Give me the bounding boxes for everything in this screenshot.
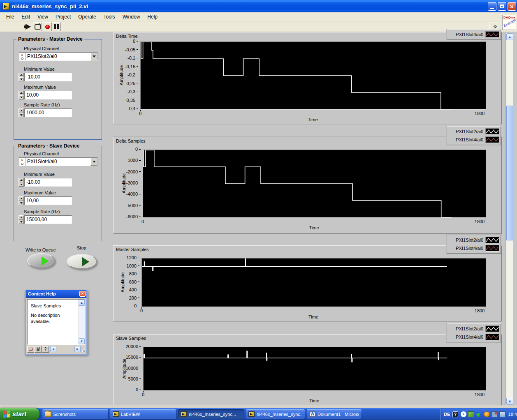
folder-icon bbox=[45, 411, 51, 417]
labview-front-panel-window: ni446x_mseries_sync_pll_2.vi × FileEditV… bbox=[0, 0, 517, 420]
abort-execution-button[interactable] bbox=[43, 22, 52, 31]
dropdown-arrow-icon[interactable] bbox=[90, 53, 97, 60]
y-tick-label: 0 bbox=[114, 303, 139, 308]
minimize-button[interactable] bbox=[488, 2, 496, 11]
master-rate-field[interactable]: 1000,00 bbox=[24, 108, 72, 117]
legend-item[interactable]: PXI1Slot4/ai0 bbox=[448, 30, 499, 39]
abort-icon bbox=[45, 25, 50, 29]
close-button[interactable]: × bbox=[508, 2, 516, 11]
y-tick-label: 15000 bbox=[114, 355, 141, 360]
start-button[interactable]: start bbox=[0, 408, 39, 420]
pause-button[interactable] bbox=[52, 22, 61, 31]
master-max-field[interactable]: 10,00 bbox=[24, 91, 72, 99]
spinner[interactable] bbox=[19, 91, 24, 99]
write-to-queue-button[interactable] bbox=[27, 253, 55, 268]
scroll-up-icon[interactable]: ▲ bbox=[506, 33, 513, 40]
waveform-swatch-icon bbox=[485, 245, 499, 252]
spinner[interactable] bbox=[19, 108, 24, 117]
run-button[interactable] bbox=[23, 22, 32, 31]
y-tick-label: -0,35 bbox=[114, 98, 138, 103]
slave-physical-channel-combo[interactable]: I/O PXI1Slot4/ai0 bbox=[19, 157, 98, 166]
green-led-icon bbox=[42, 256, 49, 265]
word-icon bbox=[309, 411, 315, 417]
context-help-close-button[interactable]: × bbox=[79, 291, 86, 297]
labview-icon bbox=[181, 411, 187, 417]
scroll-right-icon[interactable]: ► bbox=[74, 346, 81, 352]
scroll-down-icon[interactable]: ▼ bbox=[79, 338, 85, 344]
tray-icon-network-offline[interactable] bbox=[491, 411, 498, 417]
task-button-4[interactable]: ni446x_mseries_sync... bbox=[246, 409, 305, 419]
y-tick-label: 0 bbox=[114, 39, 138, 44]
spinner[interactable] bbox=[19, 215, 24, 224]
menu-help[interactable]: Help bbox=[144, 13, 161, 21]
y-tick-label: -3000 bbox=[114, 180, 141, 185]
start-label: start bbox=[12, 411, 27, 418]
lock-help-button[interactable] bbox=[35, 346, 42, 353]
task-button-3[interactable]: ni446x_mseries_sync... bbox=[178, 409, 244, 419]
y-tick-label: 1000 bbox=[114, 263, 139, 268]
spinner[interactable] bbox=[19, 196, 24, 205]
legend-item[interactable]: PXI1Slot4/ai0 bbox=[448, 244, 499, 252]
task-button-1[interactable]: Screnshots bbox=[42, 409, 108, 419]
resize-grip[interactable] bbox=[81, 346, 85, 352]
run-continuously-button[interactable] bbox=[33, 22, 42, 31]
legend-item[interactable]: PXI1Slot4/ai0 bbox=[448, 136, 499, 144]
y-tick-label: -0,05 bbox=[114, 47, 138, 52]
legend-channel-name: PXI1Slot4/ai0 bbox=[456, 137, 483, 142]
detailed-help-button[interactable]: ? bbox=[42, 346, 49, 353]
legend-item[interactable]: PXI1Slot2/ai0 bbox=[448, 236, 499, 244]
tray-icon-1[interactable] bbox=[468, 411, 474, 417]
legend-item[interactable]: PXI1Slot2/ai0 bbox=[448, 325, 499, 333]
maximize-button[interactable] bbox=[498, 2, 506, 11]
y-tick-label: 200 bbox=[114, 295, 139, 300]
tray-icon-display[interactable] bbox=[499, 411, 505, 417]
y-tick-label: -6000 bbox=[114, 214, 141, 219]
language-help-icon[interactable]: ? bbox=[452, 411, 458, 417]
menu-edit[interactable]: Edit bbox=[18, 13, 34, 21]
tray-collapse-icon[interactable]: ‹ bbox=[461, 411, 466, 417]
stop-button[interactable] bbox=[67, 254, 97, 269]
task-button-5[interactable]: Dokument1 - Microsof... bbox=[307, 409, 362, 419]
master-physical-channel-value: PXI1Slot2/ai0 bbox=[26, 53, 90, 60]
legend-channel-name: PXI1Slot4/ai0 bbox=[456, 335, 483, 339]
chart-title: Delta Samples bbox=[116, 138, 146, 143]
menu-tools[interactable]: Tools bbox=[100, 13, 119, 21]
scroll-left-icon[interactable]: ◄ bbox=[50, 346, 56, 352]
context-help-vscrollbar[interactable]: ▲ ▼ bbox=[79, 300, 85, 344]
tray-icon-2[interactable] bbox=[476, 411, 482, 417]
master-min-field[interactable]: -10,00 bbox=[24, 73, 72, 81]
task-button-2[interactable]: LabVIEW bbox=[110, 409, 176, 419]
pause-icon bbox=[54, 24, 59, 29]
spinner[interactable] bbox=[19, 178, 24, 187]
panel-vertical-scrollbar[interactable]: ▲ ▼ bbox=[505, 33, 513, 405]
scroll-up-icon[interactable]: ▲ bbox=[79, 300, 85, 306]
wiring-icon bbox=[29, 348, 32, 351]
legend-item[interactable]: PXI1Slot4/ai0 bbox=[448, 333, 499, 341]
legend-master-samples: PXI1Slot2/ai0PXI1Slot4/ai0 bbox=[447, 235, 501, 254]
menu-file[interactable]: File bbox=[2, 13, 18, 21]
labview-vi-icon bbox=[2, 3, 9, 10]
menu-operate[interactable]: Operate bbox=[74, 13, 100, 21]
slave-max-field[interactable]: 10,00 bbox=[24, 196, 72, 205]
run-continuously-icon bbox=[35, 24, 41, 30]
maximize-icon bbox=[500, 5, 504, 8]
slave-min-field[interactable]: -10,00 bbox=[24, 178, 72, 187]
scroll-down-icon[interactable]: ▼ bbox=[506, 398, 513, 405]
menu-view[interactable]: View bbox=[34, 13, 52, 21]
tray-icon-3[interactable] bbox=[484, 411, 490, 417]
legend-item[interactable]: PXI1Slot2/ai0 bbox=[448, 127, 499, 136]
menu-project[interactable]: Project bbox=[52, 13, 74, 21]
show-terminals-button[interactable] bbox=[27, 346, 34, 353]
language-indicator[interactable]: DE bbox=[444, 412, 450, 417]
y-tick-label: -0,1 bbox=[114, 55, 138, 60]
master-max-control: 10,00 bbox=[19, 91, 72, 99]
master-physical-channel-combo[interactable]: I/O PXI1Slot2/ai0 bbox=[19, 52, 98, 61]
scrollbar-thumb[interactable] bbox=[506, 106, 513, 240]
y-tick-label: 0 bbox=[114, 147, 141, 152]
master-rate-label: Sample Rate (Hz) bbox=[24, 102, 60, 107]
slave-rate-field[interactable]: 15000,00 bbox=[24, 215, 72, 224]
spinner[interactable] bbox=[19, 73, 24, 81]
dropdown-arrow-icon[interactable] bbox=[90, 158, 97, 166]
y-tick-label: -0,4 bbox=[114, 106, 138, 111]
menu-window[interactable]: Window bbox=[119, 13, 144, 21]
